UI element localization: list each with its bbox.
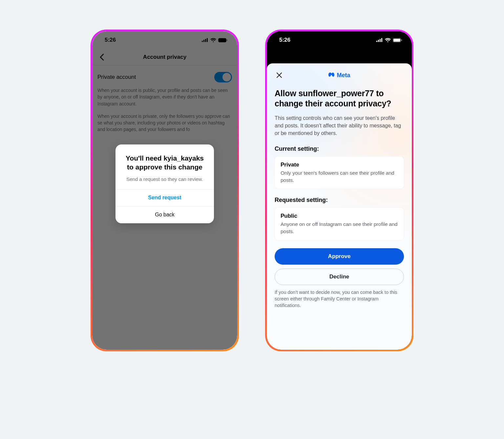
battery-icon [393,38,402,42]
svg-rect-12 [393,39,400,42]
current-setting-title: Private [281,162,398,168]
current-setting-label: Current setting: [275,145,404,152]
status-bar: 5:26 [267,31,412,49]
sheet-subtitle: This setting controls who can see your t… [275,114,404,137]
status-time: 5:26 [279,37,290,43]
phone-screen-right: 5:26 [267,31,412,350]
phone-frame-left: 5:26 Account privacy [91,30,239,351]
requested-setting-desc: Anyone on or off Instagram can see their… [281,221,398,235]
svg-rect-9 [380,39,381,42]
send-request-button[interactable]: Send request [116,189,214,206]
sheet-title: Allow sunflower_power77 to change their … [275,88,404,109]
sheet-header: Meta [275,69,404,81]
status-icons [376,38,402,42]
requested-setting-title: Public [281,213,398,219]
wifi-icon [385,38,391,42]
alert-title: You'll need kyia_kayaks to approve this … [124,154,205,172]
requested-setting-label: Requested setting: [275,197,404,204]
requested-setting-card: Public Anyone on or off Instagram can se… [275,208,404,240]
approval-alert: You'll need kyia_kayaks to approve this … [116,144,214,223]
phone-screen-left: 5:26 Account privacy [92,31,237,350]
approve-button[interactable]: Approve [275,248,404,265]
footnote: If you don't want to decide now, you can… [275,289,404,309]
decline-button[interactable]: Decline [275,269,404,285]
meta-brand-text: Meta [337,72,350,79]
current-setting-desc: Only your teen's followers can see their… [281,169,398,184]
alert-subtitle: Send a request so they can review. [124,176,205,183]
cellular-icon [376,38,383,42]
phone-frame-right: 5:26 [265,30,413,351]
go-back-button[interactable]: Go back [116,206,214,223]
close-button[interactable] [275,71,284,80]
meta-brand: Meta [328,72,350,79]
svg-rect-8 [378,40,379,42]
svg-rect-7 [376,41,377,42]
meta-logo-icon [328,72,335,79]
current-setting-card: Private Only your teen's followers can s… [275,156,404,189]
svg-rect-13 [401,39,402,41]
showcase-container: 5:26 Account privacy [13,20,491,368]
approval-sheet: Meta Allow sunflower_power77 to change t… [267,63,412,350]
svg-rect-10 [381,38,382,42]
